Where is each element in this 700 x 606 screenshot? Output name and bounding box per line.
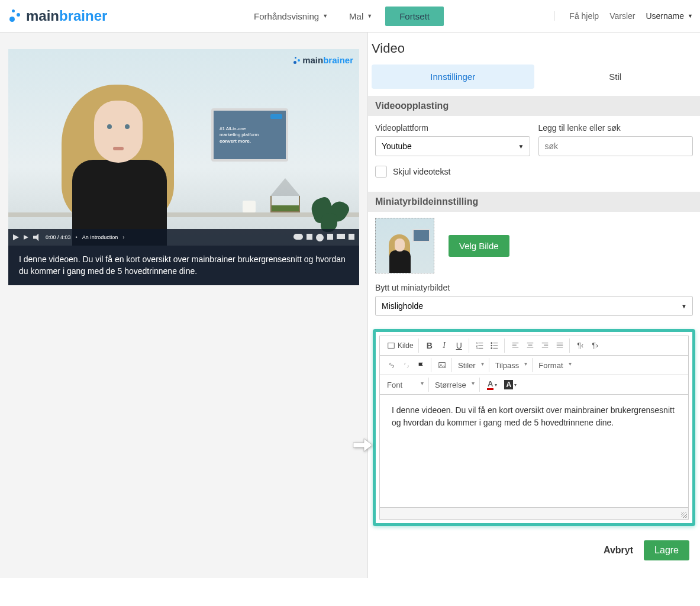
svg-point-7	[491, 342, 492, 344]
cancel-button[interactable]: Avbryt	[604, 545, 633, 556]
bold-icon[interactable]: B	[422, 339, 437, 353]
italic-icon[interactable]: I	[437, 339, 451, 353]
rich-text-editor: Kilde B I U 123	[379, 336, 689, 520]
person-graphic	[38, 74, 198, 246]
rtl-icon[interactable]: ¶›	[588, 339, 602, 353]
panel-title: Video	[368, 33, 700, 65]
text-color-icon[interactable]: A▾	[483, 378, 501, 392]
flag-icon[interactable]	[414, 358, 428, 372]
settings-icon[interactable]	[316, 234, 324, 241]
align-justify-icon[interactable]	[553, 339, 567, 353]
numbered-list-icon[interactable]: 123	[473, 339, 487, 353]
svg-rect-25	[439, 363, 446, 368]
theater-icon[interactable]	[337, 234, 345, 239]
unlink-icon[interactable]	[399, 358, 414, 372]
replace-thumb-label: Bytt ut miniatyrbildet	[375, 283, 693, 292]
arrow-right-icon	[353, 439, 372, 453]
volume-icon[interactable]	[33, 234, 41, 241]
workspace: mainbrainer #1 All-in-onemarketing platf…	[0, 33, 700, 578]
replace-thumb-select[interactable]: Misligholde	[375, 296, 693, 316]
choose-image-button[interactable]: Velg Bilde	[449, 235, 509, 257]
video-thumbnail: mainbrainer #1 All-in-onemarketing platf…	[8, 49, 359, 246]
ltr-icon[interactable]: ¶‹	[573, 339, 588, 353]
tab-settings[interactable]: Innstillinger	[372, 65, 534, 89]
svg-text:3: 3	[476, 347, 478, 350]
format-select[interactable]: Format	[536, 358, 573, 372]
svg-point-11	[491, 347, 492, 349]
editor-toolbar-row3: Font Størrelse A▾ A▾	[380, 375, 688, 395]
platform-select[interactable]: Youtube	[375, 136, 530, 156]
user-menu[interactable]: Username▼	[646, 11, 693, 21]
text-editor-highlight: Kilde B I U 123	[373, 329, 695, 526]
nav-right: Få hjelp Varsler Username▼	[554, 11, 693, 21]
underline-icon[interactable]: U	[452, 339, 466, 353]
platform-label: Videoplattform	[375, 123, 530, 133]
bg-color-icon[interactable]: A▾	[502, 378, 520, 392]
link-search-input[interactable]	[538, 136, 693, 156]
continue-button[interactable]: Fortsett	[385, 7, 444, 26]
svg-text:2: 2	[476, 345, 478, 347]
section-thumb-header: Miniatyrbildeinnstilling	[368, 192, 700, 212]
source-button[interactable]: Kilde	[385, 339, 416, 353]
hide-text-label: Skjul videotekst	[393, 167, 450, 176]
monitor-graphic: #1 All-in-onemarketing platformconvert m…	[211, 108, 288, 162]
preview-dropdown[interactable]: Forhåndsvisning▼	[246, 7, 336, 26]
cc-icon[interactable]	[307, 234, 312, 240]
video-watermark: mainbrainer	[292, 55, 353, 65]
action-row: Avbryt Lagre	[368, 532, 700, 578]
bullet-list-icon[interactable]	[488, 339, 502, 353]
save-button[interactable]: Lagre	[644, 540, 689, 560]
next-icon[interactable]	[24, 235, 28, 240]
settings-panel: Video Innstillinger Stil Videoopplasting…	[368, 33, 700, 578]
help-link[interactable]: Få hjelp	[569, 11, 599, 21]
size-select[interactable]: Størrelse	[433, 378, 477, 392]
align-center-icon[interactable]	[523, 339, 537, 353]
thumbnail-preview	[375, 218, 434, 273]
alerts-link[interactable]: Varsler	[609, 11, 635, 21]
resize-grip-icon[interactable]	[681, 512, 687, 518]
logo-text-main: main	[26, 8, 59, 24]
styles-select[interactable]: Stiler	[456, 358, 486, 372]
image-icon[interactable]	[435, 358, 449, 372]
align-left-icon[interactable]	[508, 339, 522, 353]
editor-toolbar-row2: Stiler Tilpass Format	[380, 356, 688, 375]
video-controls: 0:00 / 4:03 • An Introduction ›	[8, 229, 359, 246]
editor-toolbar-row1: Kilde B I U 123	[380, 336, 688, 356]
link-label: Legg til lenke eller søk	[538, 123, 693, 133]
autoplay-icon[interactable]	[293, 234, 303, 240]
logo: mainbrainer	[7, 8, 107, 24]
editor-content[interactable]: I denne videoen. Du vil få en kort overs…	[380, 395, 688, 507]
tab-style[interactable]: Stil	[534, 65, 697, 89]
link-icon[interactable]	[385, 358, 399, 372]
editor-footer	[380, 507, 688, 519]
fit-select[interactable]: Tilpass	[493, 358, 530, 372]
chevron-down-icon: ▼	[688, 13, 693, 19]
svg-rect-0	[388, 343, 395, 349]
logo-dots-icon	[7, 8, 22, 24]
chevron-down-icon: ▼	[367, 13, 372, 19]
svg-point-9	[491, 345, 492, 347]
top-bar: mainbrainer Forhåndsvisning▼ Mal▼ Fortse…	[0, 0, 700, 33]
template-dropdown[interactable]: Mal▼	[341, 7, 380, 26]
play-icon[interactable]	[13, 234, 19, 240]
miniplayer-icon[interactable]	[327, 234, 333, 240]
canvas-area: mainbrainer #1 All-in-onemarketing platf…	[0, 33, 368, 578]
video-widget[interactable]: mainbrainer #1 All-in-onemarketing platf…	[8, 49, 359, 285]
fullscreen-icon[interactable]	[349, 234, 354, 240]
panel-tabs: Innstillinger Stil	[368, 65, 700, 89]
video-caption: I denne videoen. Du vil få en kort overs…	[8, 246, 359, 285]
video-time: 0:00 / 4:03	[46, 234, 71, 240]
font-select[interactable]: Font	[385, 378, 426, 392]
align-right-icon[interactable]	[538, 339, 552, 353]
svg-text:1: 1	[476, 342, 478, 344]
hide-text-checkbox[interactable]	[375, 166, 387, 178]
chevron-down-icon: ▼	[322, 13, 328, 19]
section-upload-header: Videoopplasting	[368, 96, 700, 116]
nav-center: Forhåndsvisning▼ Mal▼ Fortsett	[163, 7, 444, 26]
logo-text-accent: brainer	[59, 8, 107, 24]
video-title: An Introduction	[82, 234, 118, 240]
